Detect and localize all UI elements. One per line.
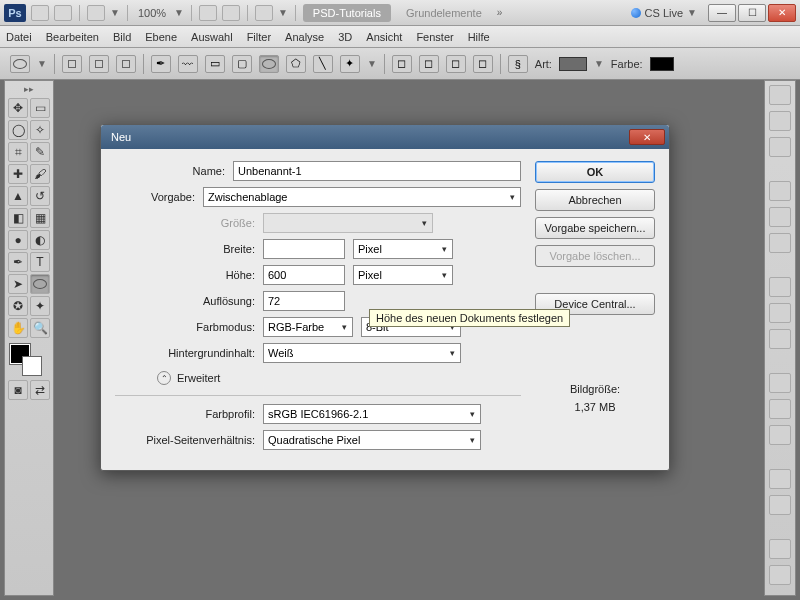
window-minimize-icon[interactable]: — — [708, 4, 736, 22]
panel-icon[interactable] — [769, 399, 791, 419]
background-color-icon[interactable] — [22, 356, 42, 376]
wand-tool-icon[interactable]: ✧ — [30, 120, 50, 140]
quickmask-icon[interactable]: ◙ — [8, 380, 28, 400]
extras-icon[interactable] — [222, 5, 240, 21]
hand-tool-icon[interactable]: ✋ — [8, 318, 28, 338]
panel-icon[interactable] — [769, 425, 791, 445]
panel-icon[interactable] — [769, 233, 791, 253]
ok-button[interactable]: OK — [535, 161, 655, 183]
bg-select[interactable]: Weiß — [263, 343, 461, 363]
brush-tool-icon[interactable]: 🖌 — [30, 164, 50, 184]
panel-icon[interactable] — [769, 137, 791, 157]
panel-icon[interactable] — [769, 373, 791, 393]
panel-icon[interactable] — [769, 85, 791, 105]
menu-item[interactable]: Fenster — [416, 31, 453, 43]
pen-tool-icon[interactable]: ✒ — [8, 252, 28, 272]
menu-item[interactable]: Auswahl — [191, 31, 233, 43]
rect-icon[interactable]: ▭ — [205, 55, 225, 73]
freeform-pen-icon[interactable]: 〰 — [178, 55, 198, 73]
menu-item[interactable]: Hilfe — [468, 31, 490, 43]
colormode-select[interactable]: RGB-Farbe — [263, 317, 353, 337]
panel-icon[interactable] — [769, 303, 791, 323]
line-icon[interactable]: ╲ — [313, 55, 333, 73]
save-preset-button[interactable]: Vorgabe speichern... — [535, 217, 655, 239]
panel-icon[interactable] — [769, 207, 791, 227]
lasso-tool-icon[interactable]: ◯ — [8, 120, 28, 140]
cancel-button[interactable]: Abbrechen — [535, 189, 655, 211]
panel-icon[interactable] — [769, 565, 791, 585]
panel-icon[interactable] — [769, 329, 791, 349]
height-unit-select[interactable]: Pixel — [353, 265, 453, 285]
width-unit-select[interactable]: Pixel — [353, 239, 453, 259]
path-icon[interactable] — [89, 55, 109, 73]
resolution-input[interactable] — [263, 291, 345, 311]
type-tool-icon[interactable]: T — [30, 252, 50, 272]
height-input[interactable] — [263, 265, 345, 285]
chevron-down-icon[interactable]: ▼ — [278, 7, 288, 18]
minibridge-icon[interactable] — [54, 5, 72, 21]
zoom-tool-icon[interactable]: 🔍 — [30, 318, 50, 338]
menu-item[interactable]: Ansicht — [366, 31, 402, 43]
par-select[interactable]: Quadratische Pixel — [263, 430, 481, 450]
style-swatch[interactable] — [559, 57, 587, 71]
color-swatch[interactable] — [650, 57, 674, 71]
chevron-down-icon[interactable]: ▼ — [174, 7, 184, 18]
screenmode-icon[interactable] — [255, 5, 273, 21]
combine-excl-icon[interactable]: ◻ — [473, 55, 493, 73]
menu-item[interactable]: Analyse — [285, 31, 324, 43]
panel-icon[interactable] — [769, 111, 791, 131]
history-brush-icon[interactable]: ↺ — [30, 186, 50, 206]
combine-int-icon[interactable]: ◻ — [446, 55, 466, 73]
dialog-titlebar[interactable]: Neu ✕ — [101, 125, 669, 149]
panel-icon[interactable] — [769, 539, 791, 559]
zoom-field[interactable]: 100% — [135, 7, 169, 19]
panel-icon[interactable] — [769, 181, 791, 201]
eyedropper-tool-icon[interactable]: ✎ — [30, 142, 50, 162]
gradient-tool-icon[interactable]: ▦ — [30, 208, 50, 228]
chevron-down-icon[interactable]: ▼ — [110, 7, 120, 18]
collapse-icon[interactable]: ▸▸ — [8, 84, 50, 94]
screen-toggle-icon[interactable]: ⇄ — [30, 380, 50, 400]
shape-tool-preset-icon[interactable] — [10, 55, 30, 73]
close-icon[interactable]: ✕ — [629, 129, 665, 145]
hand-icon[interactable] — [199, 5, 217, 21]
panel-icon[interactable] — [769, 277, 791, 297]
stamp-tool-icon[interactable]: ▲ — [8, 186, 28, 206]
ps-logo-icon[interactable]: Ps — [4, 4, 26, 22]
dodge-tool-icon[interactable]: ◐ — [30, 230, 50, 250]
menu-item[interactable]: Bild — [113, 31, 131, 43]
workspace-tab[interactable]: Grundelemente — [396, 4, 492, 22]
heal-tool-icon[interactable]: ✚ — [8, 164, 28, 184]
combine-add-icon[interactable]: ◻ — [392, 55, 412, 73]
ellipse-icon[interactable] — [259, 55, 279, 73]
rounded-rect-icon[interactable]: ▢ — [232, 55, 252, 73]
menu-item[interactable]: 3D — [338, 31, 352, 43]
combine-sub-icon[interactable]: ◻ — [419, 55, 439, 73]
panel-icon[interactable] — [769, 495, 791, 515]
link-icon[interactable]: § — [508, 55, 528, 73]
bridge-icon[interactable] — [31, 5, 49, 21]
menu-item[interactable]: Ebene — [145, 31, 177, 43]
panel-icon[interactable] — [769, 469, 791, 489]
pen-icon[interactable]: ✒ — [151, 55, 171, 73]
polygon-icon[interactable]: ⬠ — [286, 55, 306, 73]
menu-item[interactable]: Bearbeiten — [46, 31, 99, 43]
3d-tool-icon[interactable]: ✪ — [8, 296, 28, 316]
menu-item[interactable]: Filter — [247, 31, 271, 43]
menu-item[interactable]: Datei — [6, 31, 32, 43]
blur-tool-icon[interactable]: ● — [8, 230, 28, 250]
layout-icon[interactable] — [87, 5, 105, 21]
custom-shape-icon[interactable]: ✦ — [340, 55, 360, 73]
workspace-tab[interactable]: PSD-Tutorials — [303, 4, 391, 22]
fill-pixel-icon[interactable] — [116, 55, 136, 73]
3d-camera-icon[interactable]: ✦ — [30, 296, 50, 316]
path-select-icon[interactable]: ➤ — [8, 274, 28, 294]
cs-live[interactable]: CS Live▼ — [631, 7, 697, 19]
width-input[interactable] — [263, 239, 345, 259]
marquee-tool-icon[interactable]: ▭ — [30, 98, 50, 118]
window-close-icon[interactable]: ✕ — [768, 4, 796, 22]
window-maximize-icon[interactable]: ☐ — [738, 4, 766, 22]
shape-layer-icon[interactable] — [62, 55, 82, 73]
move-tool-icon[interactable]: ✥ — [8, 98, 28, 118]
advanced-toggle[interactable]: ⌃ Erweitert — [157, 371, 521, 385]
